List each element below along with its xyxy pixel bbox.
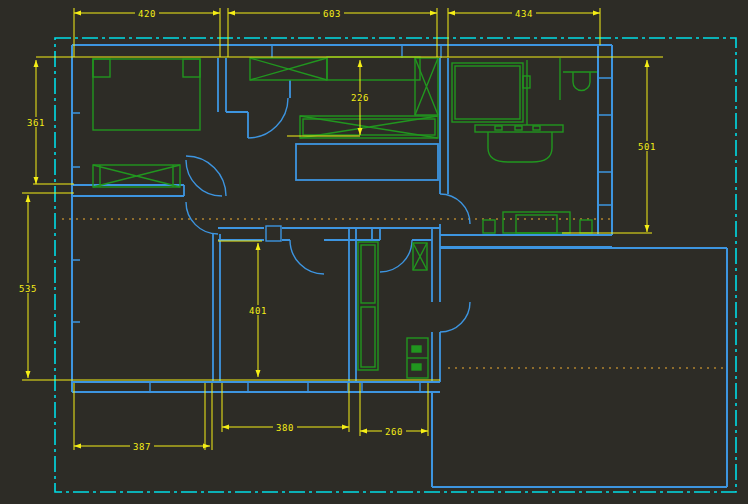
table-x xyxy=(300,116,438,138)
dim-label-260: 260 xyxy=(385,427,403,437)
tall-cabinet xyxy=(358,242,378,370)
nightstand-left xyxy=(93,59,110,77)
bedroom-wardrobe xyxy=(93,165,180,187)
dim-label-401: 401 xyxy=(249,306,267,316)
closet-x xyxy=(250,58,327,80)
extension-lines xyxy=(22,8,663,450)
tall-wardrobe-x xyxy=(415,58,438,115)
dim-label-226: 226 xyxy=(351,93,369,103)
living-area-rect xyxy=(296,144,438,180)
dim-label-380: 380 xyxy=(276,423,294,433)
hall-column xyxy=(266,226,281,241)
sink-basin xyxy=(488,132,552,162)
closet-plain xyxy=(327,57,420,80)
sink-counter xyxy=(475,125,563,132)
shower-cabin xyxy=(452,63,523,122)
floor-plan-drawing: 420 603 434 361 535 501 226 401 387 380 … xyxy=(0,0,748,504)
dim-label-434: 434 xyxy=(515,9,533,19)
drawer-cabinet xyxy=(407,338,428,378)
bench-sofa xyxy=(483,212,592,233)
dim-label-535: 535 xyxy=(19,284,37,294)
reference-dotted-lines xyxy=(62,219,724,368)
dimensions-layer: 420 603 434 361 535 501 226 401 387 380 … xyxy=(16,8,663,452)
toilet xyxy=(563,72,597,91)
dim-label-361: 361 xyxy=(27,118,45,128)
shaft-x xyxy=(413,243,427,270)
dim-label-387: 387 xyxy=(133,442,151,452)
nightstand-right xyxy=(183,59,200,77)
furniture-layer xyxy=(93,57,597,378)
walls-layer xyxy=(72,45,727,487)
dim-label-501: 501 xyxy=(638,142,656,152)
paper-boundary xyxy=(55,38,736,492)
dim-label-420: 420 xyxy=(138,9,156,19)
cad-viewport[interactable]: 420 603 434 361 535 501 226 401 387 380 … xyxy=(0,0,748,504)
bed xyxy=(93,59,200,130)
dim-label-603: 603 xyxy=(323,9,341,19)
dimension-labels: 420 603 434 361 535 501 226 401 387 380 … xyxy=(16,8,660,452)
